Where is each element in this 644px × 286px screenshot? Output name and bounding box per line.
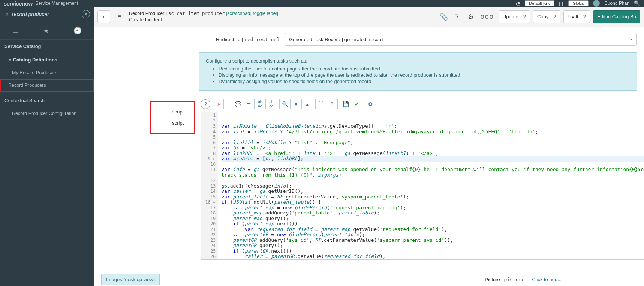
header-meta: Record Producer | sc_cat_item_producer […	[129, 10, 436, 23]
header-table: sc_cat_item_producer	[168, 10, 225, 16]
try-it-button[interactable]: Try It?	[563, 10, 590, 23]
activity-icon[interactable]: ⎘	[452, 13, 463, 21]
favorites-icon[interactable]: ★	[43, 27, 49, 35]
left-nav: ▿ ✕ ▭ ★ 🕘 Service Catalog Catalog Defini…	[0, 7, 94, 286]
record-header: ‹ ≡ Record Producer | sc_cat_item_produc…	[94, 7, 644, 27]
add-picture-link[interactable]: Click to add...	[532, 277, 637, 282]
replace-icon[interactable]: abac	[255, 99, 266, 109]
callout-bullet-2: Displaying an info message at the top of…	[219, 72, 630, 78]
nav-catalog-definitions[interactable]: Catalog Definitions	[0, 53, 94, 66]
content-pane: ‹ ≡ Record Producer | sc_cat_item_produc…	[94, 7, 644, 286]
find-prev-icon[interactable]: ▴	[302, 99, 313, 109]
user-name[interactable]: Cuong Phan	[604, 1, 629, 6]
callout-intro: Configure a script to accomplish tasks s…	[206, 58, 630, 64]
history-icon[interactable]: 🕘	[73, 27, 82, 35]
nav-record-producers[interactable]: Record Producers	[0, 79, 94, 92]
redirect-label: Redirect To | redirect_url	[195, 37, 285, 42]
domain-picker[interactable]: Global	[568, 0, 589, 6]
debug-icon[interactable]: ⚙	[365, 99, 376, 109]
more-actions[interactable]: ooo	[479, 13, 496, 21]
product-name: Service Management	[36, 1, 78, 6]
nav-section-service-catalog[interactable]: Service Catalog	[0, 40, 94, 53]
check-syntax-icon[interactable]: ✔	[351, 99, 362, 109]
logo: servicenow	[4, 0, 33, 7]
scope-picker[interactable]: Default [Glc	[525, 0, 554, 6]
back-button[interactable]: ‹	[97, 10, 110, 23]
nav-rp-configuration[interactable]: Record Producer Configuration	[0, 107, 94, 120]
nav-filter-input[interactable]	[10, 10, 82, 19]
format-code-icon[interactable]: ≣	[243, 99, 255, 109]
app-banner: servicenow Service Management ◔ Default …	[0, 0, 644, 7]
images-section-header[interactable]: Images (desktop view)	[101, 274, 160, 285]
nav-filter-row: ▿ ✕	[0, 7, 94, 22]
script-toolbar: ? ⟐ 💬 ≣ abac abac 🔍 ▾ ▴	[201, 99, 644, 109]
toggle-comment-icon[interactable]: 💬	[232, 99, 243, 109]
copy-button[interactable]: Copy?	[533, 10, 560, 23]
editor-code[interactable]: var isMobile = GlideMobileExtensions.get…	[218, 112, 644, 259]
find-next-icon[interactable]: ▾	[291, 99, 302, 109]
context-menu-button[interactable]: ≡	[113, 10, 126, 23]
script-row: Script | script ? ⟐ 💬 ≣ abac abac	[94, 97, 644, 262]
fullscreen-icon[interactable]: ⛶	[315, 99, 326, 109]
script-tree-icon[interactable]: ⟐	[213, 99, 224, 109]
redirect-value: Generated Task Record | generated_record	[289, 37, 383, 42]
callout-bullet-3: Dynamically assigning values to specific…	[219, 79, 630, 84]
scratchpad-link[interactable]: [scratchpad]	[226, 11, 252, 16]
toggle-label-link[interactable]: [toggle label]	[252, 11, 278, 16]
clear-filter-icon[interactable]: ✕	[82, 10, 90, 18]
picture-label: Picture | picture	[477, 277, 532, 282]
script-label-cell: Script | script	[150, 99, 201, 260]
callout-bullet-1: Redirecting the user to another page aft…	[219, 66, 630, 72]
editor-gutter: 123456789 ▸1011 1213141516 ▸171819202122…	[201, 112, 218, 259]
header-subtitle: Create Incident	[129, 17, 436, 23]
script-editor[interactable]: 123456789 ▸1011 1213141516 ▸171819202122…	[201, 112, 644, 260]
all-apps-icon[interactable]: ▭	[12, 27, 19, 35]
search-icon[interactable]: 🔍	[634, 0, 640, 6]
nav-section-contextual-search[interactable]: Contextual Search	[0, 92, 94, 107]
help-icon[interactable]: ?	[201, 99, 210, 109]
nav-my-record-producers[interactable]: My Record Producers	[0, 66, 94, 79]
redirect-select[interactable]: Generated Task Record | generated_record…	[285, 33, 637, 46]
nav-tab-icons: ▭ ★ 🕘	[0, 22, 94, 40]
scope-icon[interactable]: ◔	[516, 0, 520, 6]
edit-catalog-builder-button[interactable]: Edit in Catalog Bu	[593, 10, 640, 23]
chevron-down-icon: ▾	[630, 37, 632, 42]
redirect-row: Redirect To | redirect_url Generated Tas…	[94, 27, 644, 49]
header-title: Record Producer	[129, 11, 165, 16]
personalize-icon[interactable]: ⚙	[466, 13, 476, 21]
bottom-bar: Images (desktop view) Picture | picture …	[94, 273, 644, 286]
avatar[interactable]	[593, 0, 600, 7]
attachment-icon[interactable]: 📎	[439, 13, 449, 21]
help-doc-icon[interactable]: ?	[326, 99, 338, 109]
filter-icon[interactable]: ▿	[4, 12, 10, 17]
replace-all-icon[interactable]: abac	[266, 99, 277, 109]
script-help-callout: Configure a script to accomplish tasks s…	[199, 52, 637, 91]
save-icon[interactable]: 💾	[340, 99, 351, 109]
search-code-icon[interactable]: 🔍	[279, 99, 291, 109]
update-button[interactable]: Update?	[499, 10, 530, 23]
domain-icon[interactable]: ▥	[559, 0, 564, 6]
